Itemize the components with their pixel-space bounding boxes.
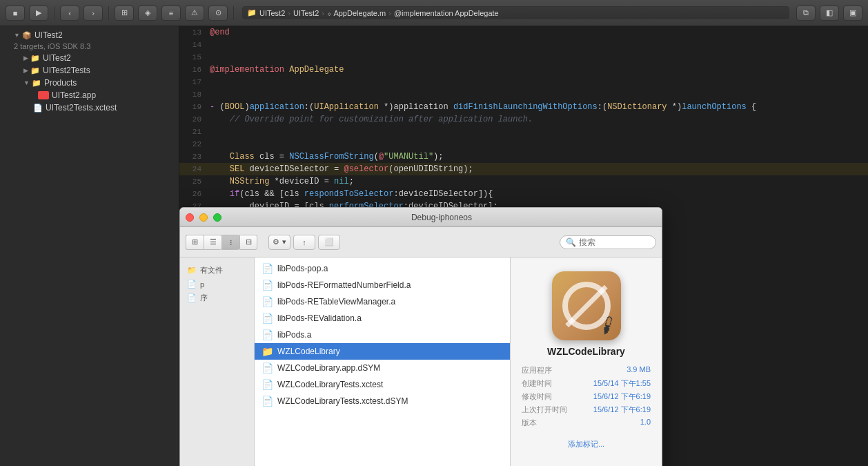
- list-item[interactable]: 📄 libPods-REFormattedNumberField.a: [255, 277, 510, 293]
- triangle-products: ▼: [23, 79, 30, 86]
- line-13: 13 @end: [179, 26, 868, 39]
- tag-button[interactable]: ⬜: [318, 235, 340, 250]
- warning-btn[interactable]: ⚠: [185, 6, 204, 21]
- meta-value-version: 1.0: [640, 418, 651, 428]
- bc-label-1[interactable]: UITest2: [259, 9, 285, 17]
- forward-button[interactable]: ›: [83, 6, 103, 21]
- sidebar-label: 有文件: [200, 265, 223, 275]
- list-item[interactable]: 📄 libPods-REValidation.a: [255, 310, 510, 327]
- line-23: 23 Class cls = NSClassFromString(@"UMANU…: [179, 151, 868, 163]
- layout-btn[interactable]: ▣: [843, 6, 862, 21]
- add-tag-button[interactable]: 添加标记...: [568, 439, 604, 449]
- folder-icon-tests: 📁: [30, 66, 40, 75]
- sidebar-seq-label: 序: [200, 293, 208, 303]
- stop-button[interactable]: ■: [6, 6, 25, 21]
- project-root[interactable]: ▼ 📦 UITest2: [0, 29, 179, 41]
- line-26: 26 if(cls && [cls respondsToSelector:dev…: [179, 188, 868, 200]
- list-item-selected[interactable]: 📁 WZLCodeLibrary: [255, 343, 510, 360]
- meta-row-version: 版本 1.0: [522, 418, 651, 428]
- sidebar-item-xctest[interactable]: 📄 UITest2Tests.xctest: [0, 101, 179, 114]
- folder-icon: 📁: [187, 266, 197, 275]
- app-detail-name: WZLCodeLibrary: [547, 346, 625, 357]
- file-name-4: libPods-REValidation.a: [277, 313, 362, 323]
- file-icon-4: 📄: [262, 313, 273, 324]
- list-item[interactable]: 📄 libPods-pop.a: [255, 260, 510, 277]
- bc-label-4[interactable]: @implementation AppDelegate: [394, 9, 499, 17]
- line-17: 17: [179, 76, 868, 88]
- breadcrumb[interactable]: 📁 UITest2 › UITest2 › ⬦ AppDelegate.m › …: [242, 6, 789, 19]
- gallery-view-btn[interactable]: ⊟: [239, 235, 257, 250]
- list-item[interactable]: 📄 WZLCodeLibrary.app.dSYM: [255, 360, 510, 376]
- list-item[interactable]: 📄 libPods.a: [255, 327, 510, 343]
- finder-file-list: 📄 libPods-pop.a 📄 libPods-REFormattedNum…: [255, 258, 510, 466]
- finder-titlebar: Debug-iphoneos: [180, 208, 662, 227]
- list-item[interactable]: 📄 WZLCodeLibraryTests.xctest.dSYM: [255, 393, 510, 409]
- file-icon-5: 📄: [262, 329, 273, 340]
- line-20: 20 // Override point for customization a…: [179, 113, 868, 126]
- line-14: 14: [179, 39, 868, 51]
- minimize-button[interactable]: [199, 213, 208, 222]
- column-view-btn[interactable]: ⫶: [221, 235, 239, 250]
- project-name: UITest2: [34, 30, 63, 40]
- file-name-7: WZLCodeLibrary.app.dSYM: [277, 363, 380, 373]
- maximize-button[interactable]: [213, 213, 221, 222]
- folder-icon-uitest2: 📁: [30, 54, 40, 63]
- sidebar-label-tests: UITest2Tests: [43, 66, 90, 75]
- list-item[interactable]: 📄 libPods-RETableViewManager.a: [255, 293, 510, 310]
- meta-value-opened: 15/6/12 下午6:19: [593, 405, 651, 415]
- line-15: 15: [179, 51, 868, 64]
- bc-1[interactable]: 📁: [247, 8, 257, 17]
- expand-triangle: ▼: [14, 32, 20, 39]
- share-button[interactable]: ↑: [293, 235, 315, 250]
- file-icon-2: 📄: [262, 280, 273, 291]
- meta-label-version: 版本: [522, 418, 537, 428]
- list-item[interactable]: 📄 WZLCodeLibraryTests.xctest: [255, 376, 510, 393]
- sidebar-item-uitest2tests[interactable]: ▶ 📁 UITest2Tests: [0, 64, 179, 77]
- issue-btn[interactable]: ⊙: [208, 6, 228, 21]
- bc-label-2[interactable]: UITest2: [293, 9, 319, 17]
- finder-toolbar: ⊞ ☰ ⫶ ⊟ ⚙ ▾ ↑ ⬜ 🔍: [180, 227, 662, 258]
- file-icon-8: 📄: [262, 379, 273, 390]
- sidebar-item-p[interactable]: 📄 p: [180, 278, 254, 291]
- project-icon: 📦: [22, 31, 32, 40]
- app-icon-inner: 🖌: [552, 271, 621, 340]
- doc-icon-2: 📄: [187, 293, 197, 302]
- meta-label-modified: 修改时间: [522, 391, 552, 402]
- code-editor[interactable]: 13 @end 14 15 16 @implementation AppDele…: [179, 26, 868, 466]
- sidebar-item-seq[interactable]: 📄 序: [180, 291, 254, 305]
- search-input[interactable]: [579, 237, 650, 247]
- back-button[interactable]: ‹: [60, 6, 79, 21]
- line-21: 21: [179, 126, 868, 138]
- sidebar-item-app[interactable]: UITest2.app: [0, 89, 179, 101]
- file-name-5: libPods.a: [277, 330, 311, 340]
- finder-window: Debug-iphoneos ⊞ ☰ ⫶ ⊟ ⚙ ▾ ↑ ⬜ 🔍: [179, 207, 662, 466]
- meta-label-opened: 上次打开时间: [522, 405, 567, 415]
- split-btn[interactable]: ⧉: [796, 6, 816, 21]
- scheme-btn[interactable]: ≡: [161, 6, 181, 21]
- bc-label-3[interactable]: ⬦ AppDelegate.m: [327, 9, 386, 17]
- file-name-6: WZLCodeLibrary: [277, 347, 340, 356]
- separator-1: [54, 6, 55, 20]
- grid-btn[interactable]: ⊞: [115, 6, 134, 21]
- action-button[interactable]: ⚙ ▾: [268, 235, 290, 250]
- meta-row-modified: 修改时间 15/6/12 下午6:19: [522, 391, 651, 402]
- search-bar[interactable]: 🔍: [560, 235, 656, 249]
- panel-btn[interactable]: ◧: [820, 6, 839, 21]
- app-detail-panel: 🖌 WZLCodeLibrary 应用程序 3.9 MB 创建时间 15/5/1…: [510, 258, 662, 466]
- meta-value-modified: 15/6/12 下午6:19: [593, 391, 651, 402]
- breakpoint-btn[interactable]: ◈: [138, 6, 157, 21]
- sidebar-item-products[interactable]: ▼ 📁 Products: [0, 77, 179, 89]
- meta-row-created: 创建时间 15/5/14 下午1:55: [522, 378, 651, 389]
- icon-view-btn[interactable]: ⊞: [186, 235, 204, 250]
- sidebar-p-label: p: [200, 280, 204, 289]
- run-button[interactable]: ▶: [29, 6, 48, 21]
- close-button[interactable]: [186, 213, 194, 222]
- sidebar-item-uitest2[interactable]: ▶ 📁 UITest2: [0, 52, 179, 64]
- list-view-btn[interactable]: ☰: [204, 235, 221, 250]
- sidebar-favorites[interactable]: 📁 有文件: [180, 263, 254, 278]
- file-name-8: WZLCodeLibraryTests.xctest: [277, 380, 383, 389]
- file-name-2: libPods-REFormattedNumberField.a: [277, 280, 411, 290]
- meta-label-created: 创建时间: [522, 378, 552, 389]
- project-navigator: ▼ 📦 UITest2 2 targets, iOS SDK 8.3 ▶ 📁 U…: [0, 26, 179, 466]
- line-24: 24⚠ SEL deviceIDSelector = @selector(ope…: [179, 163, 868, 175]
